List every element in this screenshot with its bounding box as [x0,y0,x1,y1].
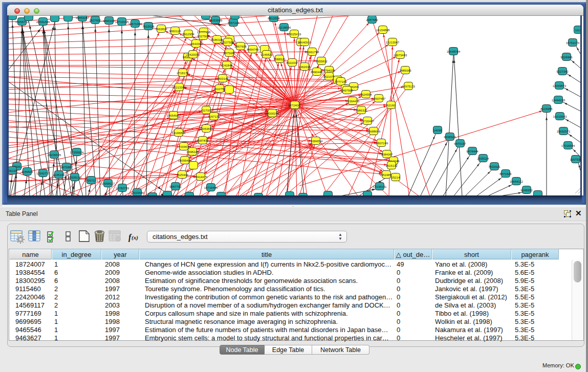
svg-text:6479197: 6479197 [454,142,466,145]
svg-text:12942737: 12942737 [36,172,50,175]
svg-text:17359924: 17359924 [70,151,84,154]
svg-text:16648784: 16648784 [447,50,461,53]
svg-text:9474444: 9474444 [466,150,478,153]
svg-text:8215955: 8215955 [540,107,553,111]
svg-text:6794028: 6794028 [323,69,335,72]
svg-text:14136141: 14136141 [373,185,387,188]
svg-text:1145194: 1145194 [53,173,66,177]
svg-text:1156829: 1156829 [21,170,34,173]
svg-text:7625402: 7625402 [176,173,188,177]
svg-text:16782759: 16782759 [116,187,129,190]
svg-text:9146821: 9146821 [260,53,273,56]
svg-text:12505135: 12505135 [68,176,82,179]
svg-text:9610755: 9610755 [213,87,226,91]
svg-text:8813054: 8813054 [268,17,280,20]
svg-text:22420046: 22420046 [186,53,200,56]
svg-text:19384554: 19384554 [309,140,323,143]
svg-text:31700: 31700 [202,109,211,112]
svg-text:9227342: 9227342 [556,70,569,73]
svg-text:8990448: 8990448 [311,71,323,74]
svg-text:7485063: 7485063 [399,69,411,72]
svg-text:9327508: 9327508 [222,41,234,44]
svg-text:13353594: 13353594 [200,127,213,130]
svg-text:20206535: 20206535 [48,154,61,157]
svg-text:10719155: 10719155 [115,20,129,24]
svg-text:16053809: 16053809 [209,19,223,22]
svg-text:10507487: 10507487 [372,97,386,100]
svg-text:16961758: 16961758 [306,51,319,54]
svg-text:1112: 1112 [575,29,580,32]
svg-text:19166825: 19166825 [172,132,186,135]
svg-text:12213369: 12213369 [172,86,186,89]
svg-text:18807249: 18807249 [375,142,388,145]
svg-text:6497568: 6497568 [341,89,353,92]
svg-text:14095: 14095 [433,129,442,132]
svg-text:9084067: 9084067 [381,153,393,156]
svg-text:1588520: 1588520 [273,58,286,61]
svg-text:9777169: 9777169 [335,80,347,83]
svg-text:9242848: 9242848 [221,64,233,67]
svg-text:6938923: 6938923 [444,136,456,139]
svg-text:1362615: 1362615 [298,65,311,69]
svg-text:16914479: 16914479 [194,176,208,179]
svg-text:10688609: 10688609 [367,130,381,133]
svg-text:9245652: 9245652 [520,189,533,192]
svg-text:2718176: 2718176 [177,72,189,75]
svg-text:12213967: 12213967 [386,41,400,44]
svg-text:1167534: 1167534 [570,158,580,161]
svg-text:7357224: 7357224 [227,21,239,25]
svg-text:10853287: 10853287 [76,16,90,19]
svg-text:(x): (x) [132,234,138,241]
svg-text:16210643: 16210643 [553,115,567,118]
svg-text:20691406: 20691406 [36,20,50,24]
svg-text:12093872: 12093872 [553,84,567,87]
svg-text:1615132: 1615132 [385,164,398,167]
svg-text:7955812: 7955812 [315,60,328,63]
svg-text:3624554: 3624554 [360,93,372,96]
svg-text:62160: 62160 [387,104,396,107]
svg-text:13325419: 13325419 [288,33,301,36]
svg-text:7663822: 7663822 [155,28,167,31]
svg-text:20364436: 20364436 [346,100,360,103]
svg-text:7632621: 7632621 [488,165,500,168]
svg-text:17957223: 17957223 [84,179,98,182]
svg-text:3498222: 3498222 [186,150,199,154]
svg-text:9660123: 9660123 [169,30,181,33]
svg-text:14099489: 14099489 [178,159,192,162]
svg-text:3267130: 3267130 [208,115,220,118]
svg-text:15751074: 15751074 [566,41,580,45]
svg-text:10973493: 10973493 [394,54,407,57]
svg-text:6466160: 6466160 [103,19,115,23]
svg-text:10654112: 10654112 [510,180,524,183]
svg-text:16543382: 16543382 [189,42,203,46]
svg-text:39139: 39139 [9,169,17,172]
svg-text:16154808: 16154808 [376,29,390,32]
svg-text:8322037: 8322037 [286,61,298,64]
svg-text:8471626: 8471626 [499,172,512,176]
svg-text:8454749: 8454749 [247,48,259,51]
svg-text:19218506: 19218506 [277,26,291,29]
svg-text:9657791: 9657791 [169,185,182,188]
svg-text:15692971: 15692971 [557,130,571,133]
svg-text:12923446: 12923446 [130,191,144,194]
svg-text:15716485: 15716485 [204,186,218,189]
svg-text:2867608: 2867608 [234,45,247,48]
svg-text:25214: 25214 [391,176,400,179]
svg-text:7986322: 7986322 [355,109,367,112]
svg-text:2935114: 2935114 [477,157,490,160]
svg-text:1527602: 1527602 [89,19,101,22]
svg-text:18724007: 18724007 [288,104,302,107]
svg-text:5587832: 5587832 [197,139,209,142]
svg-text:9327505: 9327505 [197,35,209,38]
svg-text:2087682: 2087682 [366,18,378,21]
svg-text:18300295: 18300295 [266,112,279,115]
svg-text:19654982: 19654982 [167,114,181,117]
svg-text:7515526: 7515526 [142,25,155,28]
svg-text:9975887: 9975887 [60,166,73,169]
svg-text:10671355: 10671355 [128,23,142,26]
svg-text:17004678: 17004678 [177,145,191,148]
svg-text:17016504: 17016504 [561,144,575,147]
svg-text:3875685: 3875685 [223,52,235,55]
svg-text:10958117: 10958117 [101,182,115,185]
svg-text:8912954: 8912954 [182,33,194,36]
